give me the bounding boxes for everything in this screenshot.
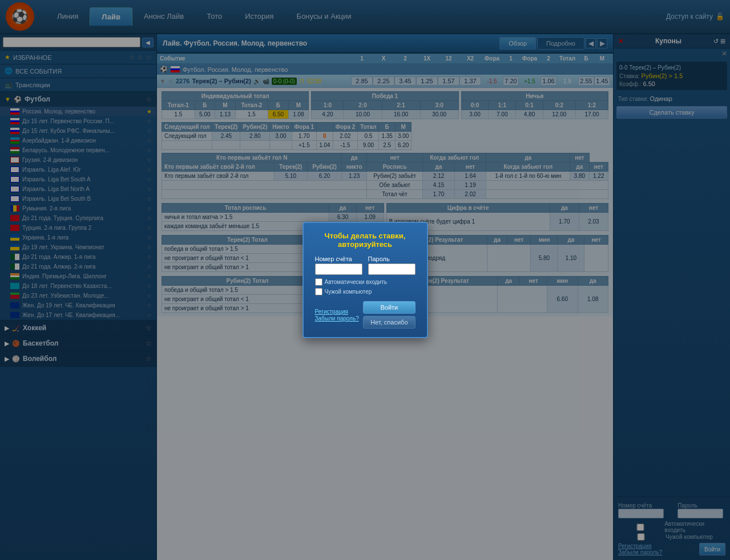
modal-buttons-row: Регистрация Забыли пароль? Войти Нет, сп…: [315, 301, 416, 328]
modal-auto-login-checkbox[interactable]: [315, 278, 322, 286]
login-modal: Чтобы делать ставки, авторизуйтесь Номер…: [303, 222, 428, 338]
modal-auto-label: Автоматически входить: [325, 279, 387, 285]
modal-action-btns: Войти Нет, спасибо: [363, 301, 415, 328]
modal-overlay: Чтобы делать ставки, авторизуйтесь Номер…: [0, 0, 730, 560]
modal-title: Чтобы делать ставки, авторизуйтесь: [315, 232, 416, 249]
modal-account-input[interactable]: [315, 263, 362, 275]
modal-auto-login-row: Автоматически входить: [315, 278, 416, 286]
modal-other-pc-row: Чужой компьютер: [315, 288, 416, 295]
modal-other-pc-label: Чужой компьютер: [325, 289, 372, 295]
modal-password-input[interactable]: [368, 263, 416, 275]
modal-login-button[interactable]: Войти: [363, 301, 415, 314]
modal-register-link[interactable]: Регистрация: [315, 309, 348, 315]
modal-other-pc-checkbox[interactable]: [315, 288, 322, 295]
modal-password-col: Пароль: [368, 255, 416, 275]
modal-account-label: Номер счёта: [315, 255, 362, 262]
modal-cancel-button[interactable]: Нет, спасибо: [363, 316, 415, 328]
modal-links-col: Регистрация Забыли пароль?: [315, 308, 359, 322]
modal-account-col: Номер счёта: [315, 255, 362, 275]
modal-password-label: Пароль: [368, 255, 416, 262]
modal-form-row: Номер счёта Пароль: [315, 255, 416, 275]
modal-forgot-link[interactable]: Забыли пароль?: [315, 315, 359, 322]
